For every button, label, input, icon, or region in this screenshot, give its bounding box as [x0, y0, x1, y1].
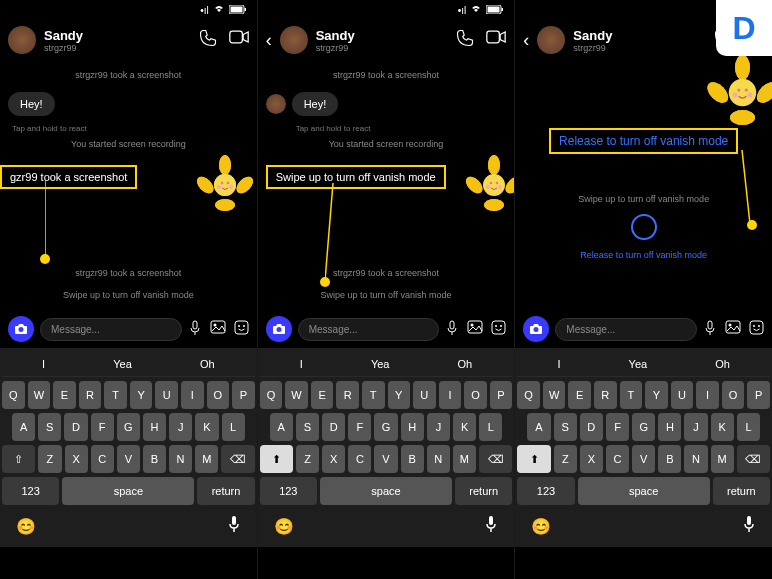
contact-name[interactable]: Sandy	[316, 28, 449, 43]
key-c[interactable]: C	[91, 445, 114, 473]
space-key[interactable]: space	[62, 477, 194, 505]
key-m[interactable]: M	[195, 445, 218, 473]
key-d[interactable]: D	[580, 413, 603, 441]
back-button[interactable]: ‹	[266, 30, 272, 51]
key-e[interactable]: E	[311, 381, 334, 409]
key-k[interactable]: K	[195, 413, 218, 441]
key-r[interactable]: R	[336, 381, 359, 409]
sticker-icon[interactable]	[749, 320, 764, 339]
suggestion[interactable]: Oh	[200, 358, 215, 370]
image-icon[interactable]	[210, 320, 226, 339]
key-k[interactable]: K	[453, 413, 476, 441]
numbers-key[interactable]: 123	[2, 477, 59, 505]
shift-key[interactable]: ⇧	[2, 445, 35, 473]
key-p[interactable]: P	[747, 381, 770, 409]
key-c[interactable]: C	[348, 445, 371, 473]
key-l[interactable]: L	[222, 413, 245, 441]
key-x[interactable]: X	[580, 445, 603, 473]
avatar[interactable]	[280, 26, 308, 54]
emoji-icon[interactable]: 😊	[16, 517, 36, 536]
message-input[interactable]: Message...	[40, 318, 182, 341]
suggestion[interactable]: I	[557, 358, 560, 370]
key-o[interactable]: O	[722, 381, 745, 409]
key-p[interactable]: P	[490, 381, 513, 409]
key-f[interactable]: F	[91, 413, 114, 441]
key-y[interactable]: Y	[645, 381, 668, 409]
phone-icon[interactable]	[199, 29, 217, 51]
key-l[interactable]: L	[737, 413, 760, 441]
key-r[interactable]: R	[79, 381, 102, 409]
emoji-icon[interactable]: 😊	[531, 517, 551, 536]
avatar[interactable]	[8, 26, 36, 54]
phone-icon[interactable]	[456, 29, 474, 51]
key-q[interactable]: Q	[2, 381, 25, 409]
suggestion[interactable]: Oh	[715, 358, 730, 370]
key-e[interactable]: E	[568, 381, 591, 409]
sticker-icon[interactable]	[234, 320, 249, 339]
camera-button[interactable]	[8, 316, 34, 342]
key-n[interactable]: N	[684, 445, 707, 473]
return-key[interactable]: return	[197, 477, 254, 505]
suggestion[interactable]: Yea	[113, 358, 132, 370]
mic-icon[interactable]	[742, 515, 756, 537]
key-a[interactable]: A	[12, 413, 35, 441]
key-v[interactable]: V	[117, 445, 140, 473]
suggestion[interactable]: I	[42, 358, 45, 370]
key-a[interactable]: A	[270, 413, 293, 441]
key-b[interactable]: B	[658, 445, 681, 473]
key-s[interactable]: S	[296, 413, 319, 441]
sticker-icon[interactable]	[491, 320, 506, 339]
key-x[interactable]: X	[65, 445, 88, 473]
key-z[interactable]: Z	[554, 445, 577, 473]
message-bubble[interactable]: Hey!	[8, 92, 55, 116]
key-n[interactable]: N	[169, 445, 192, 473]
key-t[interactable]: T	[104, 381, 127, 409]
key-o[interactable]: O	[207, 381, 230, 409]
key-j[interactable]: J	[169, 413, 192, 441]
suggestion[interactable]: Yea	[629, 358, 648, 370]
key-w[interactable]: W	[28, 381, 51, 409]
key-d[interactable]: D	[64, 413, 87, 441]
key-g[interactable]: G	[632, 413, 655, 441]
image-icon[interactable]	[467, 320, 483, 339]
numbers-key[interactable]: 123	[260, 477, 317, 505]
return-key[interactable]: return	[455, 477, 512, 505]
key-w[interactable]: W	[543, 381, 566, 409]
back-button[interactable]: ‹	[523, 30, 529, 51]
key-t[interactable]: T	[362, 381, 385, 409]
key-u[interactable]: U	[671, 381, 694, 409]
space-key[interactable]: space	[320, 477, 452, 505]
key-c[interactable]: C	[606, 445, 629, 473]
key-y[interactable]: Y	[130, 381, 153, 409]
key-l[interactable]: L	[479, 413, 502, 441]
mic-icon[interactable]	[484, 515, 498, 537]
contact-name[interactable]: Sandy	[573, 28, 706, 43]
key-f[interactable]: F	[348, 413, 371, 441]
key-o[interactable]: O	[464, 381, 487, 409]
backspace-key[interactable]: ⌫	[479, 445, 512, 473]
key-r[interactable]: R	[594, 381, 617, 409]
key-m[interactable]: M	[711, 445, 734, 473]
key-d[interactable]: D	[322, 413, 345, 441]
key-h[interactable]: H	[658, 413, 681, 441]
key-x[interactable]: X	[322, 445, 345, 473]
key-j[interactable]: J	[684, 413, 707, 441]
key-b[interactable]: B	[143, 445, 166, 473]
image-icon[interactable]	[725, 320, 741, 339]
key-q[interactable]: Q	[260, 381, 283, 409]
backspace-key[interactable]: ⌫	[737, 445, 770, 473]
suggestion[interactable]: Yea	[371, 358, 390, 370]
video-icon[interactable]	[229, 29, 249, 51]
key-y[interactable]: Y	[388, 381, 411, 409]
key-g[interactable]: G	[374, 413, 397, 441]
key-j[interactable]: J	[427, 413, 450, 441]
contact-name[interactable]: Sandy	[44, 28, 191, 43]
key-u[interactable]: U	[413, 381, 436, 409]
avatar[interactable]	[537, 26, 565, 54]
key-v[interactable]: V	[632, 445, 655, 473]
key-t[interactable]: T	[620, 381, 643, 409]
camera-button[interactable]	[523, 316, 549, 342]
message-input[interactable]: Message...	[298, 318, 440, 341]
key-k[interactable]: K	[711, 413, 734, 441]
key-p[interactable]: P	[232, 381, 255, 409]
